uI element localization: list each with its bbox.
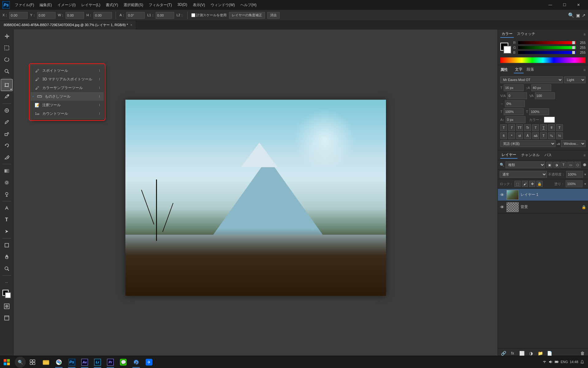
b-slider[interactable] <box>518 51 576 54</box>
screen-mode[interactable] <box>1 312 12 323</box>
fill-dropdown-icon[interactable]: ▾ <box>584 182 586 186</box>
dodge-tool[interactable] <box>1 189 12 200</box>
color-tab[interactable]: カラー <box>500 31 514 38</box>
brush-tool[interactable] <box>1 117 12 128</box>
color-sampler-menu-item[interactable]: 🖊 カラーサンプラーツール I <box>31 83 104 92</box>
move-tool[interactable] <box>1 31 12 42</box>
menu-image[interactable]: イメージ(I) <box>55 1 78 9</box>
document-canvas[interactable] <box>125 99 386 296</box>
menu-edit[interactable]: 編集(E) <box>37 1 54 9</box>
quick-mask-toggle[interactable] <box>1 301 12 312</box>
start-button[interactable] <box>1 357 12 368</box>
background-swatch[interactable] <box>503 46 511 54</box>
typo-btn-frac[interactable]: ½ <box>556 132 563 139</box>
attr-panel-menu-icon[interactable]: ≡ <box>583 68 586 72</box>
close-button[interactable]: ✕ <box>571 0 586 10</box>
lock-position-btn[interactable]: ✥ <box>529 181 535 187</box>
horizontal-scale-input[interactable] <box>505 100 525 107</box>
eyedropper-menu-item[interactable]: 🖊 スポイトツール I <box>31 66 104 75</box>
healing-brush-tool[interactable] <box>1 105 12 116</box>
lock-transparent-btn[interactable]: ⬚ <box>514 181 521 187</box>
note-menu-item[interactable]: 📝 注釈ツール I <box>31 101 104 109</box>
typo-btn-te[interactable]: T <box>556 124 563 131</box>
typo-btn-t[interactable]: T <box>500 124 507 131</box>
filter-adjustment-icon[interactable]: ◑ <box>553 162 559 168</box>
count-menu-item[interactable]: 1₂₃ カウントツール I <box>31 109 104 118</box>
clear-button[interactable]: 消去 <box>267 12 280 19</box>
typo-btn-to[interactable]: T <box>532 124 539 131</box>
channels-tab[interactable]: チャンネル <box>520 152 541 158</box>
lasso-tool[interactable] <box>1 54 12 65</box>
typo-btn-ti[interactable]: T <box>508 124 515 131</box>
paths-tab[interactable]: パス <box>543 152 553 158</box>
typo-btn-aax[interactable]: aā <box>532 132 539 139</box>
color-spectrum[interactable] <box>500 57 586 63</box>
antialiasing-select[interactable]: Window... <box>561 140 586 147</box>
lock-all-btn[interactable]: 🔒 <box>536 181 543 187</box>
filter-pixel-icon[interactable]: ▣ <box>546 162 552 168</box>
fg-bg-swatches[interactable] <box>500 43 511 54</box>
typo-btn-ord[interactable]: ᵒ <box>508 132 515 139</box>
typo-btn-tu[interactable]: T <box>540 124 547 131</box>
calc-scale-checkbox[interactable] <box>191 13 195 17</box>
menu-filter[interactable]: フィルター(T) <box>146 1 174 9</box>
eyedropper-tool[interactable] <box>1 91 12 102</box>
font-size-input[interactable] <box>504 84 524 91</box>
background-visibility-toggle[interactable]: 👁 <box>500 205 505 210</box>
fill-input[interactable] <box>566 180 582 187</box>
typo-btn-fi[interactable]: fi <box>500 132 507 139</box>
text-color-swatch[interactable] <box>544 117 555 123</box>
r-slider[interactable] <box>518 41 576 44</box>
tab-close-button[interactable]: × <box>131 23 132 27</box>
y-input[interactable] <box>37 12 55 19</box>
taskbar-after-effects[interactable]: Ae <box>78 357 91 368</box>
crop-tool[interactable] <box>1 79 12 91</box>
filter-toggle[interactable] <box>583 163 586 166</box>
ruler-menu-item[interactable]: ▪ ものさしツール I <box>31 92 104 101</box>
menu-view[interactable]: 表示(V) <box>190 1 208 9</box>
layer-1-visibility-toggle[interactable]: 👁 <box>500 192 505 197</box>
l1-input[interactable] <box>156 12 174 19</box>
quick-select-tool[interactable] <box>1 66 12 77</box>
taskbar-photoshop[interactable]: Ps <box>66 357 78 368</box>
clone-stamp-tool[interactable] <box>1 128 12 139</box>
shape-tool[interactable] <box>1 240 12 251</box>
typo-btn-ts[interactable]: T <box>548 124 555 131</box>
layer-item-1[interactable]: 👁 レイヤー 1 <box>498 189 588 201</box>
menu-window[interactable]: ウィンドウ(W) <box>208 1 237 9</box>
w-input[interactable] <box>66 12 84 19</box>
minimize-button[interactable]: — <box>543 0 557 10</box>
taskbar-file-explorer[interactable] <box>40 357 52 368</box>
taskbar-premiere[interactable]: Pr <box>104 357 116 368</box>
eraser-tool[interactable] <box>1 152 12 163</box>
menu-3d[interactable]: 3D(D) <box>175 1 190 9</box>
g-slider[interactable] <box>518 46 576 49</box>
taskbar-chrome[interactable] <box>53 357 65 368</box>
leading-input[interactable] <box>531 84 551 91</box>
gradient-tool[interactable] <box>1 165 12 176</box>
pen-tool[interactable] <box>1 203 12 214</box>
typo-btn-st[interactable]: st <box>516 132 523 139</box>
typo-btn-aa[interactable]: Ā <box>524 132 531 139</box>
taskbar-wechat[interactable]: 💬 <box>117 357 129 368</box>
volume-icon[interactable] <box>548 360 553 364</box>
extra-tools[interactable]: ··· <box>1 277 12 288</box>
marquee-tool[interactable] <box>1 42 12 53</box>
angle-input[interactable] <box>126 12 145 19</box>
zoom-tool[interactable] <box>1 263 12 274</box>
typo-btn-tf[interactable]: T <box>540 132 547 139</box>
typo-btn-sup[interactable]: ¹/₁ <box>548 132 555 139</box>
language-indicator[interactable]: ENG <box>561 360 568 364</box>
layers-panel-menu-icon[interactable]: ≡ <box>583 153 586 157</box>
tracking-input[interactable] <box>535 92 555 99</box>
filter-smart-icon[interactable]: ⬡ <box>575 162 581 168</box>
kerning-input[interactable] <box>507 92 527 99</box>
swatches-tab[interactable]: スウォッチ <box>516 31 536 38</box>
h-input[interactable] <box>94 12 112 19</box>
taskbar-steam[interactable] <box>130 357 142 368</box>
angle-correct-button[interactable]: レイヤーの角度補正 <box>229 12 265 19</box>
history-brush-tool[interactable] <box>1 140 12 151</box>
color-panel-menu-icon[interactable]: ≡ <box>583 32 586 37</box>
layers-tab[interactable]: レイヤー <box>500 152 517 159</box>
color-panel-header[interactable]: カラー スウォッチ ≡ <box>498 29 588 39</box>
